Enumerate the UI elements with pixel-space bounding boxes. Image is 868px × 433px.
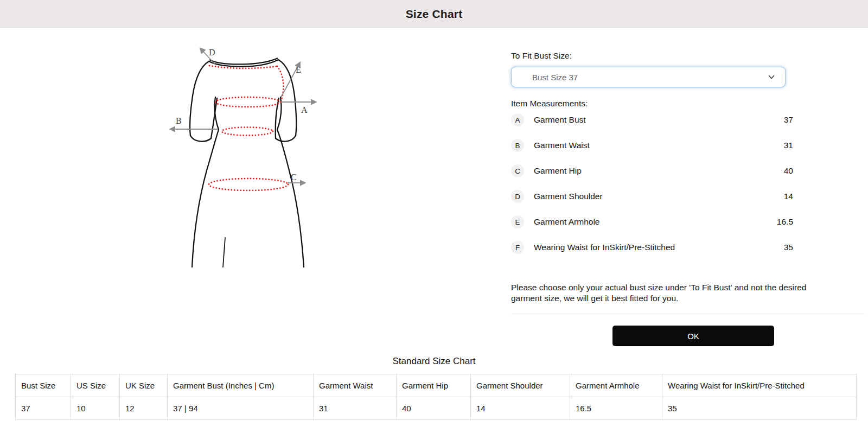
letter-badge: F xyxy=(511,241,524,254)
measurement-name: Garment Bust xyxy=(534,115,586,125)
diagram-label-e: E xyxy=(296,65,301,74)
measurement-row-a: A Garment Bust 37 xyxy=(511,113,793,127)
table-row: 37 10 12 37 | 94 31 40 14 16.5 35 xyxy=(16,397,857,420)
letter-badge: B xyxy=(511,139,524,152)
measurement-row-b: B Garment Waist 31 xyxy=(511,138,793,152)
divider xyxy=(511,314,864,314)
cell-garment-bust: 37 | 94 xyxy=(168,397,314,420)
standard-size-chart-table: Bust Size US Size UK Size Garment Bust (… xyxy=(15,374,857,420)
ok-button[interactable]: OK xyxy=(612,326,774,346)
col-header-uk-size: UK Size xyxy=(120,374,168,397)
letter-badge: C xyxy=(511,164,524,177)
col-header-bust-size: Bust Size xyxy=(16,374,71,397)
measurement-row-e: E Garment Armhole 16.5 xyxy=(511,215,793,229)
bust-size-select[interactable]: Bust Size 37 xyxy=(511,67,786,87)
size-chart-page: Size Chart xyxy=(0,0,868,433)
col-header-garment-shoulder: Garment Shoulder xyxy=(471,374,570,397)
measurement-name: Garment Armhole xyxy=(534,217,599,227)
measurement-letters: D E A B C xyxy=(176,48,308,182)
measurement-list: A Garment Bust 37 B Garment Waist 31 C G… xyxy=(511,113,793,266)
measurement-value: 14 xyxy=(784,192,793,201)
cell-bust-size: 37 xyxy=(16,397,71,420)
diagram-label-c: C xyxy=(291,173,297,182)
measurement-value: 31 xyxy=(784,141,793,150)
cell-uk-size: 12 xyxy=(120,397,168,420)
table-header-row: Bust Size US Size UK Size Garment Bust (… xyxy=(16,374,857,397)
dress-outline xyxy=(190,59,304,268)
diagram-label-a: A xyxy=(301,105,308,114)
measurement-dotted-lines xyxy=(209,66,288,190)
measurement-value: 37 xyxy=(784,115,793,125)
col-header-garment-bust: Garment Bust (Inches | Cm) xyxy=(168,374,314,397)
measurement-name: Garment Hip xyxy=(534,166,582,176)
standard-size-chart-title: Standard Size Chart xyxy=(0,356,868,367)
measurement-value: 40 xyxy=(784,166,793,176)
diagram-label-d: D xyxy=(209,48,215,57)
measurement-row-c: C Garment Hip 40 xyxy=(511,164,793,178)
letter-badge: D xyxy=(511,190,524,203)
col-header-wearing-waist: Wearing Waist for InSkirt/Pre-Stitched xyxy=(662,374,857,397)
letter-badge: E xyxy=(511,215,524,228)
diagram-label-b: B xyxy=(176,116,182,125)
col-header-garment-armhole: Garment Armhole xyxy=(570,374,662,397)
fitting-note: Please choose only your actual bust size… xyxy=(511,282,837,303)
measurement-value: 16.5 xyxy=(777,217,793,227)
cell-wearing-waist: 35 xyxy=(662,397,857,420)
measurement-row-f: F Wearing Waist for InSkirt/Pre-Stitched… xyxy=(511,240,793,254)
to-fit-bust-label: To Fit Bust Size: xyxy=(511,51,572,61)
letter-badge: A xyxy=(511,113,524,126)
item-measurements-label: Item Measurements: xyxy=(511,99,588,109)
measurement-name: Wearing Waist for InSkirt/Pre-Stitched xyxy=(534,243,675,252)
col-header-us-size: US Size xyxy=(71,374,120,397)
cell-garment-armhole: 16.5 xyxy=(570,397,662,420)
measurement-name: Garment Shoulder xyxy=(534,192,603,201)
chevron-down-icon xyxy=(768,73,775,81)
cell-garment-shoulder: 14 xyxy=(471,397,570,420)
col-header-garment-hip: Garment Hip xyxy=(397,374,471,397)
measurement-name: Garment Waist xyxy=(534,141,590,150)
col-header-garment-waist: Garment Waist xyxy=(314,374,397,397)
cell-us-size: 10 xyxy=(71,397,120,420)
cell-garment-hip: 40 xyxy=(397,397,471,420)
page-title: Size Chart xyxy=(406,8,463,21)
page-header: Size Chart xyxy=(0,0,868,28)
measurement-row-d: D Garment Shoulder 14 xyxy=(511,189,793,203)
dress-diagram: D E A B C xyxy=(168,44,326,268)
bust-size-selected-value: Bust Size 37 xyxy=(532,73,768,82)
cell-garment-waist: 31 xyxy=(314,397,397,420)
measurement-value: 35 xyxy=(784,243,793,252)
